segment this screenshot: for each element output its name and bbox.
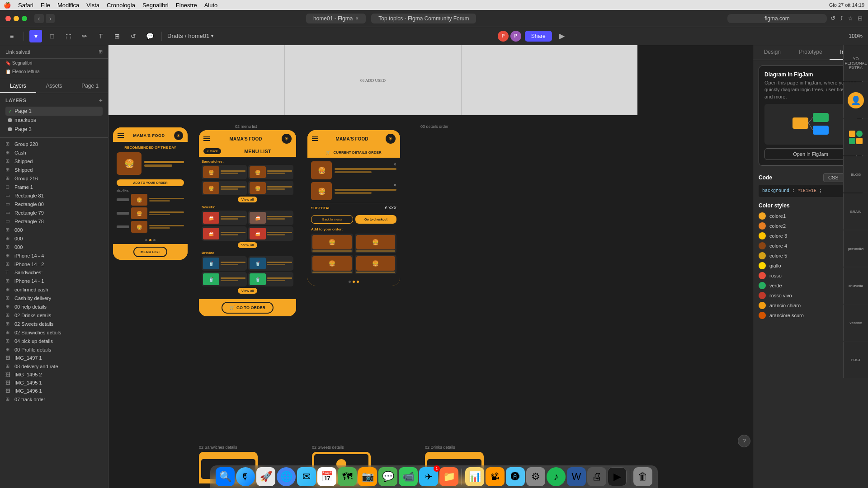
sandwiches-view-all[interactable]: View all	[238, 197, 257, 202]
hamburger-icon[interactable]	[118, 133, 124, 138]
layer-shipped-1[interactable]: ⊞ Shipped	[0, 157, 108, 165]
right-panel-yo-personal[interactable]: YO PERSONAL EXTRA	[843, 45, 868, 81]
slice-tool[interactable]: ⬚	[62, 30, 75, 42]
design-tab[interactable]: Design	[753, 45, 792, 60]
layer-cash[interactable]: ⊞ Cash	[0, 148, 108, 157]
drinks-view-all[interactable]: View all	[238, 288, 257, 294]
layer-rect-81[interactable]: ▭ Rectangle 81	[0, 191, 108, 200]
layer-rect-79[interactable]: ▭ Rectangle 79	[0, 208, 108, 217]
back-nav-button[interactable]: ‹	[34, 14, 44, 23]
browser-tab[interactable]: home01 - Figma ×	[306, 14, 366, 23]
vista-menu[interactable]: Vista	[86, 2, 99, 9]
close-icon-1[interactable]: ×	[393, 161, 396, 168]
dock-launchpad[interactable]: 🚀	[256, 467, 275, 486]
layer-04-pickup[interactable]: ⊞ 04 pick up details	[0, 337, 108, 345]
layers-tab[interactable]: Layers	[0, 80, 36, 93]
dock-spotify[interactable]: ♪	[547, 467, 566, 486]
layer-confirmed-cash[interactable]: ⊞ confirmed cash	[0, 285, 108, 294]
menu-list-button[interactable]: MENU LIST	[133, 247, 167, 257]
dock-messages[interactable]: 💬	[378, 467, 397, 486]
sweets-view-all[interactable]: View all	[238, 242, 257, 248]
finestre-menu[interactable]: Finestre	[176, 2, 197, 9]
layer-img1497[interactable]: 🖼 IMG_1497 1	[0, 354, 108, 362]
layer-img1496[interactable]: 🖼 IMG_1496 1	[0, 387, 108, 395]
extensions-icon[interactable]: ⊞	[858, 15, 863, 22]
layer-02-sanwiches[interactable]: ⊞ 02 Sanwiches details	[0, 328, 108, 337]
back-button[interactable]: < Back	[203, 148, 221, 154]
maximize-button[interactable]	[22, 16, 27, 21]
dock-finder[interactable]: 🔍	[216, 467, 235, 486]
layer-frame-1[interactable]: ◻ Frame 1	[0, 183, 108, 191]
layer-sandwiches[interactable]: T Sandwiches:	[0, 268, 108, 277]
dock-chrome[interactable]: 🌐	[277, 467, 296, 486]
layer-iphone14-1[interactable]: ⊞ iPhone 14 - 1	[0, 277, 108, 285]
dock-keynote[interactable]: 📽	[486, 467, 505, 486]
layer-00-profile[interactable]: ⊞ 00 Profile details	[0, 345, 108, 354]
comment-tool[interactable]: 💬	[143, 30, 156, 42]
minimize-button[interactable]	[14, 16, 19, 21]
layer-02-drinks[interactable]: ⊞ 02 Drinks details	[0, 311, 108, 319]
layer-rect-78[interactable]: ▭ Rectangle 78	[0, 217, 108, 225]
dock-word[interactable]: W	[567, 467, 586, 486]
bookmark-icon[interactable]: ☆	[848, 15, 853, 22]
file-menu[interactable]: File	[41, 2, 50, 9]
layer-shipped-2[interactable]: ⊞ Shipped	[0, 165, 108, 174]
forward-nav-button[interactable]: ›	[46, 14, 55, 23]
frame-tool[interactable]: □	[46, 30, 58, 42]
right-panel-brain[interactable]: BRAIN	[843, 193, 868, 230]
page-1-item[interactable]: ✓ Page 1	[5, 107, 103, 116]
layer-07-track[interactable]: ⊞ 07 track order	[0, 395, 108, 404]
layer-iphone14-4[interactable]: ⊞ iPhone 14 - 4	[0, 251, 108, 260]
right-panel-profile[interactable]: 👤	[843, 82, 868, 118]
share-button[interactable]: Share	[525, 31, 552, 42]
text-tool[interactable]: T	[94, 30, 107, 42]
go-to-order-button[interactable]: 🛒 GO TO ORDER	[222, 302, 274, 314]
layer-08-delivery[interactable]: ⊞ 08 delivery and rate	[0, 362, 108, 371]
close-icon-2[interactable]: ×	[393, 182, 396, 188]
layer-000-3[interactable]: ⊞ 000	[0, 243, 108, 251]
layer-group-216[interactable]: ⊞ Group 216	[0, 174, 108, 183]
page-tab[interactable]: Page 1	[72, 80, 108, 93]
apple-menu[interactable]: 🍎	[4, 2, 11, 9]
dock-maps[interactable]: 🗺	[338, 467, 357, 486]
component-tool[interactable]: ⊞	[111, 30, 123, 42]
segnalibri-menu[interactable]: Segnalibri	[142, 2, 169, 9]
prototype-tab[interactable]: Prototype	[792, 45, 830, 60]
select-tool[interactable]: ▾	[29, 30, 42, 42]
dropdown-icon[interactable]: ▾	[211, 33, 213, 38]
zoom-level[interactable]: 100%	[849, 33, 863, 39]
help-button[interactable]: ?	[738, 435, 750, 447]
dock-mail[interactable]: ✉	[297, 467, 316, 486]
cronologia-menu[interactable]: Cronologia	[107, 2, 135, 9]
dock-facetime[interactable]: 📹	[399, 467, 418, 486]
reload-icon[interactable]: ↺	[830, 15, 835, 22]
layer-000-2[interactable]: ⊞ 000	[0, 234, 108, 243]
layer-img1495-1[interactable]: 🖼 IMG_1495 1	[0, 379, 108, 387]
layer-img1495-2[interactable]: 🖼 IMG_1495 2	[0, 371, 108, 379]
phone2-hamburger[interactable]	[203, 136, 210, 141]
dock-quicktime[interactable]: ▶	[608, 467, 627, 486]
drafts-label[interactable]: Drafts	[167, 33, 183, 39]
play-button[interactable]: ▶	[559, 32, 565, 40]
community-tab[interactable]: Top topics - Figma Community Forum	[371, 14, 476, 23]
layer-group-228[interactable]: ⊞ Group 228	[0, 140, 108, 148]
sidebar-options[interactable]: ⊞	[99, 49, 103, 55]
right-panel-post[interactable]: POST	[843, 342, 868, 378]
tab-close-icon[interactable]: ×	[355, 15, 359, 22]
layer-02-sweets[interactable]: ⊞ 02 Sweets details	[0, 319, 108, 328]
right-panel-vecchie[interactable]: vecchie	[843, 305, 868, 341]
share-icon[interactable]: ⤴	[840, 15, 843, 22]
page-breadcrumb[interactable]: home01	[188, 33, 209, 39]
dock-numbers[interactable]: 📊	[465, 467, 484, 486]
layer-00-help[interactable]: ⊞ 00 help details	[0, 302, 108, 311]
dock-trash[interactable]: 🗑	[633, 467, 652, 486]
layer-rect-80[interactable]: ▭ Rectangle 80	[0, 200, 108, 208]
back-to-menu-button[interactable]: Back to menu	[311, 215, 353, 224]
dock-syspref[interactable]: ⚙	[526, 467, 545, 486]
mockups-item[interactable]: mockups	[5, 116, 103, 125]
aiuto-menu[interactable]: Aiuto	[204, 2, 218, 9]
phone3-hamburger[interactable]	[312, 136, 318, 141]
dock-folder[interactable]: 📁	[439, 467, 458, 486]
close-button[interactable]	[5, 16, 11, 21]
dock-appstore[interactable]: 🅐	[506, 467, 525, 486]
